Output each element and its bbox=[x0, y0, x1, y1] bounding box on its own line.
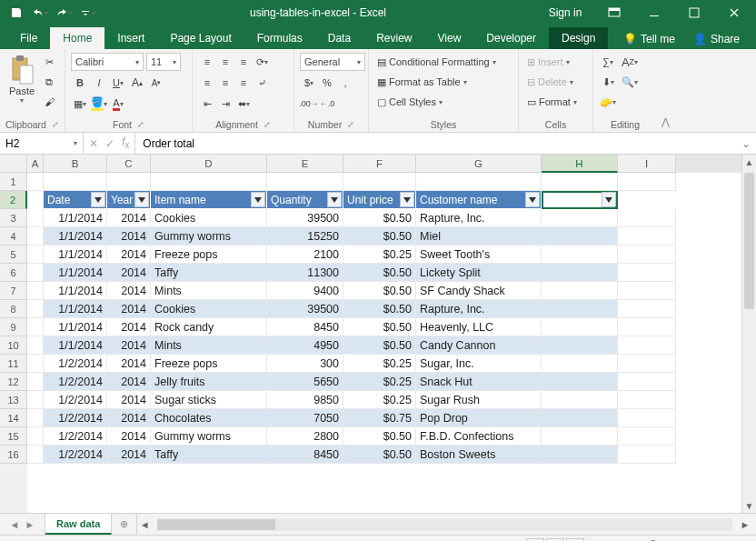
table-cell[interactable]: F.B.D. Confections bbox=[416, 427, 542, 446]
table-cell[interactable] bbox=[542, 282, 618, 300]
row-header[interactable]: 2 bbox=[0, 191, 27, 209]
row-header[interactable]: 1 bbox=[0, 173, 27, 191]
tab-design[interactable]: Design bbox=[549, 27, 608, 49]
merge-icon[interactable]: ⬌▾ bbox=[234, 95, 253, 113]
column-header[interactable]: I bbox=[618, 155, 676, 173]
column-header[interactable]: G bbox=[416, 155, 542, 173]
table-cell[interactable]: Chocolates bbox=[151, 409, 267, 427]
table-cell[interactable] bbox=[542, 409, 618, 427]
increase-decimal-icon[interactable]: .00→ bbox=[300, 95, 318, 113]
tab-page-layout[interactable]: Page Layout bbox=[157, 27, 244, 49]
fill-color-icon[interactable]: 🪣▾ bbox=[90, 95, 108, 113]
conditional-formatting-button[interactable]: ▤Conditional Formatting▾ bbox=[374, 53, 499, 71]
align-center-icon[interactable]: ≡ bbox=[216, 74, 234, 92]
border-icon[interactable]: ▦▾ bbox=[71, 95, 89, 113]
table-cell[interactable]: 2014 bbox=[107, 282, 151, 300]
share-button[interactable]: 👤Share bbox=[686, 29, 747, 49]
table-cell[interactable] bbox=[542, 336, 618, 355]
scroll-down-icon[interactable]: ▼ bbox=[742, 498, 756, 513]
filter-dropdown-icon[interactable] bbox=[91, 192, 105, 207]
row-header[interactable]: 16 bbox=[0, 446, 27, 464]
paste-button[interactable]: Paste ▾ bbox=[5, 53, 38, 106]
table-cell[interactable]: 2100 bbox=[267, 245, 343, 264]
format-as-table-button[interactable]: ▦Format as Table▾ bbox=[374, 73, 470, 91]
table-cell[interactable]: Sugar sticks bbox=[151, 391, 267, 409]
table-cell[interactable] bbox=[542, 227, 618, 245]
vertical-scrollbar[interactable]: ▲ ▼ bbox=[741, 155, 756, 513]
orientation-icon[interactable]: ⟳▾ bbox=[253, 53, 271, 71]
column-header[interactable]: D bbox=[151, 155, 267, 173]
table-cell[interactable]: 2014 bbox=[107, 427, 151, 446]
row-header[interactable]: 14 bbox=[0, 409, 27, 427]
align-bottom-icon[interactable]: ≡ bbox=[234, 53, 253, 71]
italic-icon[interactable]: I bbox=[90, 74, 108, 92]
tab-formulas[interactable]: Formulas bbox=[244, 27, 315, 49]
row-header[interactable]: 15 bbox=[0, 427, 27, 446]
table-cell[interactable]: 39500 bbox=[267, 300, 343, 318]
page-break-view-icon[interactable]: ▥ bbox=[566, 538, 584, 542]
table-cell[interactable]: 2014 bbox=[107, 355, 151, 373]
scroll-thumb[interactable] bbox=[744, 173, 754, 309]
horizontal-scrollbar[interactable]: ◄ ► bbox=[137, 514, 756, 535]
table-cell[interactable]: 15250 bbox=[267, 227, 343, 245]
dialog-launcher-icon[interactable]: ⤢ bbox=[137, 120, 144, 129]
table-cell[interactable] bbox=[542, 446, 618, 464]
table-cell[interactable]: Heavenly, LLC bbox=[416, 318, 542, 336]
formula-input[interactable]: Order total⌄ bbox=[135, 133, 756, 154]
filter-dropdown-icon[interactable] bbox=[400, 192, 414, 207]
column-header[interactable]: A bbox=[27, 155, 44, 173]
scroll-right-icon[interactable]: ► bbox=[738, 517, 752, 532]
table-cell[interactable]: 1/2/2014 bbox=[44, 355, 107, 373]
cut-icon[interactable]: ✂ bbox=[40, 53, 58, 71]
table-cell[interactable]: Cookies bbox=[151, 209, 267, 227]
number-format-select[interactable]: General▾ bbox=[300, 53, 365, 71]
table-cell[interactable]: $0.50 bbox=[343, 264, 416, 282]
table-cell[interactable]: 300 bbox=[267, 355, 343, 373]
dialog-launcher-icon[interactable]: ⤢ bbox=[52, 120, 59, 129]
table-cell[interactable]: $0.50 bbox=[343, 300, 416, 318]
grow-font-icon[interactable]: A▴ bbox=[128, 74, 146, 92]
table-cell[interactable]: $0.50 bbox=[343, 446, 416, 464]
decrease-decimal-icon[interactable]: ←.0 bbox=[318, 95, 336, 113]
table-cell[interactable]: Pop Drop bbox=[416, 409, 542, 427]
tab-data[interactable]: Data bbox=[315, 27, 363, 49]
table-cell[interactable]: Mints bbox=[151, 282, 267, 300]
tab-insert[interactable]: Insert bbox=[104, 27, 157, 49]
row-header[interactable]: 3 bbox=[0, 209, 27, 227]
row-header[interactable]: 12 bbox=[0, 373, 27, 391]
row-header[interactable]: 9 bbox=[0, 318, 27, 336]
table-cell[interactable]: 2014 bbox=[107, 209, 151, 227]
table-cell[interactable]: Rock candy bbox=[151, 318, 267, 336]
row-header[interactable]: 5 bbox=[0, 245, 27, 264]
collapse-ribbon-icon[interactable]: ⋀ bbox=[657, 49, 673, 132]
column-header[interactable]: H bbox=[542, 155, 618, 173]
font-size-select[interactable]: 11▾ bbox=[146, 53, 181, 71]
fx-icon[interactable]: fx bbox=[122, 135, 129, 150]
cells-area[interactable]: DateYearItem nameQuantityUnit priceCusto… bbox=[27, 173, 741, 513]
table-cell[interactable]: $0.50 bbox=[343, 336, 416, 355]
table-cell[interactable]: 1/1/2014 bbox=[44, 209, 107, 227]
table-cell[interactable]: 1/2/2014 bbox=[44, 446, 107, 464]
table-cell[interactable]: 1/2/2014 bbox=[44, 373, 107, 391]
column-header[interactable]: E bbox=[267, 155, 343, 173]
column-header[interactable]: F bbox=[343, 155, 416, 173]
decrease-indent-icon[interactable]: ⇤ bbox=[198, 95, 216, 113]
row-header[interactable]: 6 bbox=[0, 264, 27, 282]
table-header-cell[interactable]: Item name bbox=[151, 191, 267, 209]
table-cell[interactable]: Taffy bbox=[151, 446, 267, 464]
table-cell[interactable]: 2014 bbox=[107, 446, 151, 464]
column-header[interactable]: C bbox=[107, 155, 151, 173]
table-cell[interactable] bbox=[542, 427, 618, 446]
table-cell[interactable]: 2014 bbox=[107, 391, 151, 409]
table-cell[interactable] bbox=[542, 300, 618, 318]
table-cell[interactable]: Rapture, Inc. bbox=[416, 209, 542, 227]
table-cell[interactable]: 1/1/2014 bbox=[44, 282, 107, 300]
table-cell[interactable]: 8450 bbox=[267, 318, 343, 336]
table-cell[interactable]: 1/2/2014 bbox=[44, 427, 107, 446]
wrap-text-icon[interactable]: ⤶ bbox=[253, 74, 271, 92]
cell-styles-button[interactable]: ▢Cell Styles▾ bbox=[374, 93, 445, 111]
percent-icon[interactable]: % bbox=[318, 74, 336, 92]
increase-indent-icon[interactable]: ⇥ bbox=[216, 95, 234, 113]
filter-dropdown-icon[interactable] bbox=[134, 192, 149, 207]
align-top-icon[interactable]: ≡ bbox=[198, 53, 216, 71]
